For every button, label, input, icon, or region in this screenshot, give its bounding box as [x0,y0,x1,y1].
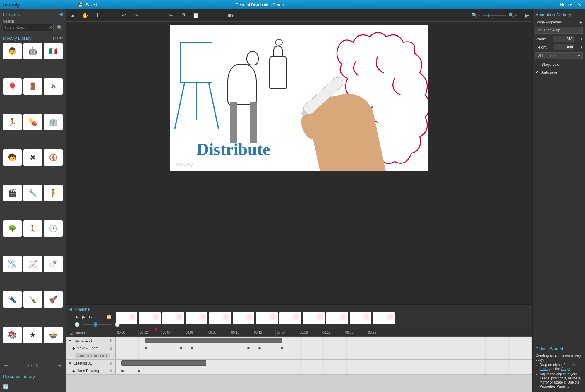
library-item[interactable]: 🚪 [23,78,42,95]
disclosure-icon[interactable]: ▼ [68,339,72,343]
library-item[interactable]: 💊 [23,114,42,130]
library-item[interactable]: 🛞 [44,149,63,166]
library-item[interactable]: 🧍 [44,185,63,201]
stage-color-checkbox[interactable] [536,63,539,66]
hand-tool-icon[interactable]: ✋ [82,12,89,19]
snapping-checkbox[interactable]: ✓ [70,331,73,335]
frame-thumbnail[interactable] [303,312,325,324]
playhead[interactable] [156,329,156,336]
align-icon[interactable]: ≡▾ [227,12,234,19]
height-stepper[interactable]: ▴▾ [581,45,582,49]
frame-thumbnail[interactable] [139,312,161,324]
library-item[interactable]: 📚 [3,327,22,343]
stage-object-flipchart[interactable] [176,42,217,124]
library-item[interactable]: 🏢 [44,114,63,130]
trash-icon[interactable]: 🗑 [109,361,113,365]
library-item[interactable]: 🚀 [44,291,63,308]
copy-icon[interactable]: ⧉ [180,12,187,18]
track-flipchart[interactable]: ▼ flipchart1 01 🗑 [66,337,116,344]
zoom-slider[interactable] [483,15,506,16]
trash-icon[interactable]: 🗑 [109,346,113,350]
resolution-preset-select[interactable]: YouTube 480p▾ [535,27,583,34]
stage-text-distribute[interactable]: Distribute [197,139,270,159]
frame-thumbnail[interactable] [279,312,301,324]
disclosure-icon[interactable]: ▼ [68,361,72,365]
stage-object-greeting[interactable] [229,36,302,141]
redo-icon[interactable]: ↷ [133,12,140,19]
library-link[interactable]: Library [540,367,550,371]
library-item[interactable]: ✖ [23,149,42,166]
zoom-out-icon[interactable]: 🔍− [472,13,480,18]
collapse-timeline-icon[interactable]: ◀ [69,307,72,312]
filter-checkbox[interactable] [50,37,54,40]
timeline-ruler[interactable]: 00:0000:0200:0400:0600:0800:1000:1200:14… [116,329,532,337]
height-input[interactable] [554,44,574,50]
library-item[interactable]: 🧒 [3,149,22,166]
library-item[interactable]: 🕐 [44,220,63,237]
pager-next-icon[interactable]: ➡ [58,363,61,368]
library-item[interactable]: 🎬 [3,185,22,201]
track-move-zoom[interactable]: ◆ Move & Zoom 🗑 [66,344,116,352]
frame-thumbnail[interactable] [116,312,137,324]
library-item[interactable]: 🌳 [3,220,22,237]
stage-canvas[interactable]: Distribute moovly [170,25,428,171]
library-item[interactable]: 🔦 [3,291,22,308]
frame-thumbnail[interactable] [233,312,254,324]
clear-search-icon[interactable]: ✕ [48,25,52,30]
frame-thumbnails[interactable] [116,305,395,329]
library-item[interactable]: 🇮🇹 [44,43,63,59]
trash-icon[interactable]: 🗑 [109,339,113,343]
library-item[interactable]: 🍲 [44,327,63,343]
frame-thumbnail[interactable] [350,312,371,324]
track-hand-drawing[interactable]: ◆ Hand Drawing 🗑 [66,367,116,374]
save-icon[interactable]: 💾 [78,2,83,7]
frame-thumbnail[interactable] [373,312,395,324]
autosave-checkbox[interactable] [536,71,539,74]
help-button[interactable]: Help▾ [560,2,572,7]
library-item[interactable]: ★ [23,327,42,343]
frame-thumbnail[interactable] [326,312,348,324]
rewind-icon[interactable]: ⏮ [75,315,79,319]
undo-icon[interactable]: ↶ [120,12,127,19]
pager-prev-icon[interactable]: ⬅ [4,363,8,368]
library-item[interactable]: 🍾 [23,291,42,308]
track-greeting[interactable]: ▼ Greeting 01 🗑 [66,360,116,367]
library-item[interactable]: 🤖 [23,43,42,59]
video-mode-select[interactable]: Video mode▾ [535,52,583,59]
play-icon[interactable]: ▶ [82,315,85,319]
text-tool-icon[interactable]: T [94,12,101,18]
width-input[interactable] [553,36,574,42]
stage-link[interactable]: Stage [561,367,570,371]
paste-icon[interactable]: 📋 [192,12,199,19]
choose-animation-dropdown[interactable]: Choose animation ▾ [66,352,116,359]
frame-thumbnail[interactable] [186,312,207,324]
library-item[interactable]: 📈 [23,256,42,272]
personal-library-header[interactable]: Personal Library [0,371,66,382]
width-stepper[interactable]: ▴▾ [581,37,582,41]
zoom-in-icon[interactable]: 🔍+ [509,13,517,18]
library-item[interactable]: 🏃 [3,114,22,130]
search-input[interactable] [3,24,54,31]
loop-icon[interactable]: 🔁 [107,315,111,319]
trash-icon[interactable]: 🗑 [109,369,113,373]
close-icon[interactable]: ✕ [578,1,582,8]
forward-icon[interactable]: ⏭ [89,315,93,319]
library-item[interactable]: 🔧 [23,185,42,201]
search-icon[interactable]: 🔍 [57,25,63,30]
cursor-tool-icon[interactable]: ▲ [69,12,76,18]
sync-icon[interactable]: 🔄 [3,384,9,389]
frame-thumbnail[interactable] [162,312,184,324]
timeline-zoom-slider[interactable] [83,324,112,325]
library-item[interactable]: 👨 [3,43,22,59]
frame-thumbnail[interactable] [256,312,278,324]
library-item[interactable]: ⚛ [44,78,63,95]
keyframe-icon[interactable]: ◆ [72,369,75,373]
library-item[interactable]: 🍼 [44,256,63,272]
library-item[interactable]: 📉 [3,256,22,272]
library-item[interactable]: 🎈 [3,78,22,95]
keyframe-icon[interactable]: ◆ [72,346,75,350]
library-item[interactable]: 🚶 [23,220,42,237]
cut-icon[interactable]: ✂ [168,12,175,19]
collapse-icon[interactable]: ◆ [579,20,582,24]
frame-thumbnail[interactable] [209,312,231,324]
